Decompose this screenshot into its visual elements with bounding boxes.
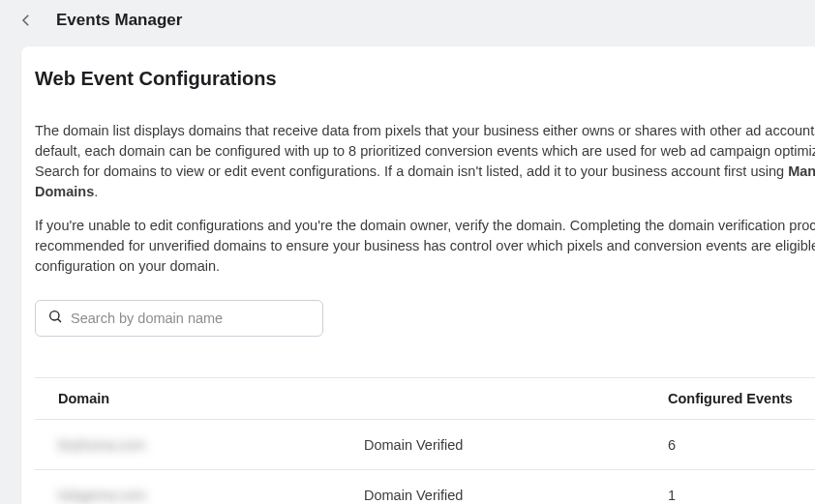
main-card: Web Event Configurations The domain list… [21, 46, 815, 504]
intro-paragraph-1: The domain list displays domains that re… [35, 121, 815, 202]
domain-name-masked: tolagema.com [58, 488, 146, 503]
domain-table: Domain Configured Events tinyhuma.com Do… [35, 377, 815, 504]
page-title: Web Event Configurations [35, 68, 815, 90]
domain-cell: tinyhuma.com [35, 436, 364, 454]
table-row[interactable]: tolagema.com Domain Verified 1 [35, 470, 815, 504]
events-cell: 6 [668, 437, 815, 453]
search-field[interactable] [35, 300, 323, 337]
search-input[interactable] [71, 311, 311, 326]
table-header-row: Domain Configured Events [35, 377, 815, 420]
status-cell: Domain Verified [364, 488, 668, 503]
events-cell: 1 [668, 488, 815, 503]
svg-line-1 [58, 319, 61, 322]
svg-point-0 [50, 311, 59, 320]
table-row[interactable]: tinyhuma.com Domain Verified 6 [35, 420, 815, 470]
col-header-domain: Domain [35, 391, 364, 406]
status-cell: Domain Verified [364, 437, 668, 453]
domain-name-masked: tinyhuma.com [58, 437, 145, 453]
topbar: Events Manager [0, 0, 815, 41]
domain-cell: tolagema.com [35, 487, 364, 504]
search-icon [47, 309, 63, 328]
topbar-title: Events Manager [56, 11, 182, 30]
intro-paragraph-2: If you're unable to edit configurations … [35, 216, 815, 277]
col-header-events: Configured Events [668, 391, 815, 406]
intro-text-1a: The domain list displays domains that re… [35, 123, 815, 179]
back-chevron-icon[interactable] [17, 12, 35, 29]
intro-text-1b: . [94, 184, 98, 199]
